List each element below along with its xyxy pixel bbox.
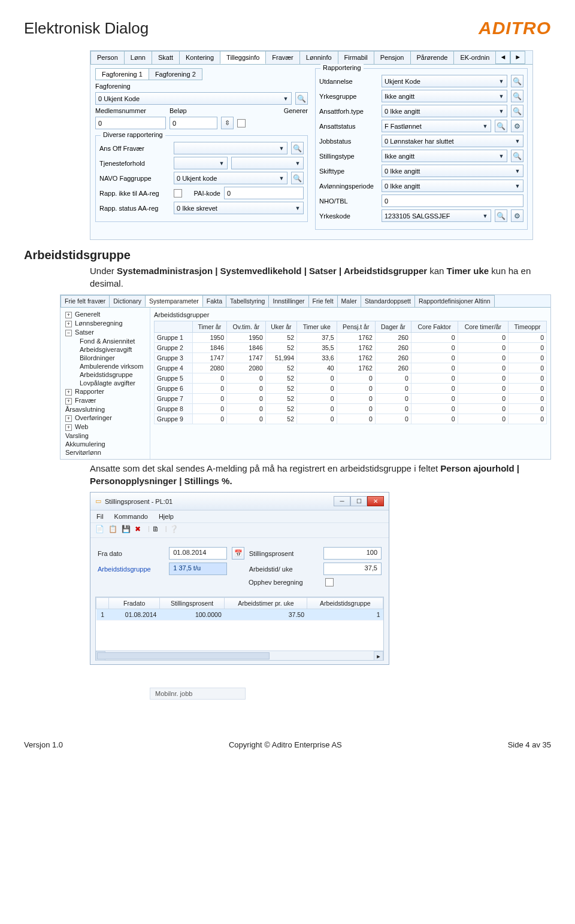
extra-icon-button[interactable]: ⚙ bbox=[511, 209, 523, 222]
tab-fakta[interactable]: Fakta bbox=[202, 295, 226, 307]
fra-dato-input[interactable]: 01.08.2014 bbox=[169, 547, 227, 560]
rapp-ikke-checkbox[interactable] bbox=[174, 189, 182, 197]
tab-firmabil[interactable]: Firmabil bbox=[338, 51, 374, 64]
dropdown[interactable]: F Fastlønnet▼ bbox=[382, 120, 491, 132]
generer-checkbox[interactable] bbox=[237, 119, 246, 127]
tree-item[interactable]: + Generelt bbox=[62, 310, 149, 319]
search-icon-button[interactable]: 🔍 bbox=[511, 90, 523, 102]
tree-item[interactable]: + Lønnsberegning bbox=[62, 319, 149, 328]
horizontal-scrollbar[interactable]: ◄ ► bbox=[96, 651, 383, 660]
table-row[interactable]: Gruppe 80052000000 bbox=[155, 404, 547, 414]
rapp-status-dropdown[interactable]: 0 Ikke skrevet▼ bbox=[174, 202, 304, 214]
ans-off-fravaer-dropdown[interactable]: ▼ bbox=[174, 142, 288, 154]
scroll-right-icon[interactable]: ► bbox=[374, 651, 383, 661]
tree-item[interactable]: Akkumulering bbox=[62, 440, 149, 448]
tab-lønninfo[interactable]: Lønninfo bbox=[299, 51, 338, 64]
dropdown[interactable]: 0 Ikke angitt▼ bbox=[382, 180, 523, 192]
extra-icon-button[interactable]: ⚙ bbox=[511, 120, 523, 132]
dropdown[interactable]: Ikke angitt▼ bbox=[382, 150, 507, 162]
table-row[interactable]: Gruppe 1195019505237,51762260000 bbox=[155, 333, 547, 343]
tree-item[interactable]: Arbeidstidsgruppe bbox=[62, 370, 149, 379]
list-row[interactable]: 101.08.2014100.000037.501 bbox=[96, 609, 383, 621]
copy-icon[interactable]: 📋 bbox=[108, 525, 119, 536]
new-icon[interactable]: 📄 bbox=[95, 525, 106, 536]
table-row[interactable]: Gruppe 42080208052401762260000 bbox=[155, 363, 547, 373]
numeric-input[interactable]: 0 bbox=[382, 194, 523, 207]
tab-fravær[interactable]: Fravær bbox=[265, 51, 299, 64]
help-icon[interactable]: ❔ bbox=[170, 525, 180, 536]
tab-ek-ordnin[interactable]: EK-ordnin bbox=[453, 51, 496, 64]
stillingsprosent-list[interactable]: FradatoStillingsprosentArbeidstimer pr. … bbox=[95, 597, 384, 661]
search-icon-button[interactable]: 🔍 bbox=[291, 172, 304, 184]
save-icon[interactable]: 💾 bbox=[122, 525, 132, 536]
tab-rapportdefinisjoner-altinn[interactable]: Rapportdefinisjoner Altinn bbox=[414, 295, 495, 307]
tree-item[interactable]: Varsling bbox=[62, 431, 149, 440]
tab-standardoppsett[interactable]: Standardoppsett bbox=[361, 295, 415, 307]
pai-kode-input[interactable]: 0 bbox=[224, 187, 304, 199]
tab-innstillinger[interactable]: Innstillinger bbox=[268, 295, 308, 307]
tab-tilleggsinfo[interactable]: Tilleggsinfo bbox=[220, 51, 266, 64]
tab-systemparameter[interactable]: Systemparameter bbox=[145, 295, 203, 307]
dropdown[interactable]: 0 Ikke angitt▼ bbox=[382, 165, 523, 177]
tree-item[interactable]: − Satser bbox=[62, 328, 149, 337]
tree-item[interactable]: Bilordninger bbox=[62, 354, 149, 362]
tab-tabellstyring[interactable]: Tabellstyring bbox=[226, 295, 269, 307]
tjenesteforhold-dropdown-1[interactable]: ▼ bbox=[174, 157, 228, 169]
tab-frie-felt-fravær[interactable]: Frie felt fravær bbox=[60, 295, 110, 307]
tab-scroll-icon[interactable]: ◄ bbox=[495, 51, 510, 64]
dropdown[interactable]: 1233105 SALGSSJEF▼ bbox=[382, 209, 491, 222]
tab-pårørende[interactable]: Pårørende bbox=[410, 51, 455, 64]
table-row[interactable]: Gruppe 2184618465235,51762260000 bbox=[155, 343, 547, 353]
tree-item[interactable]: + Rapporter bbox=[62, 387, 149, 396]
tree-item[interactable]: + Web bbox=[62, 423, 149, 431]
subtab-fagforening-2[interactable]: Fagforening 2 bbox=[149, 68, 202, 80]
tree-item[interactable]: Arbeidsgiveravgift bbox=[62, 345, 149, 354]
arbeidstid-uke-input[interactable]: 37,5 bbox=[323, 563, 382, 575]
dropdown[interactable]: Ikke angitt▼ bbox=[382, 90, 507, 102]
table-row[interactable]: Gruppe 60052000000 bbox=[155, 384, 547, 394]
spin-button[interactable]: ⇳ bbox=[221, 117, 234, 129]
tab-scroll-icon[interactable]: ► bbox=[510, 51, 525, 64]
dropdown[interactable]: 0 Ikke angitt▼ bbox=[382, 105, 507, 117]
subtab-fagforening-1[interactable]: Fagforening 1 bbox=[95, 68, 149, 80]
minimize-button[interactable]: ─ bbox=[334, 496, 350, 506]
tab-skatt[interactable]: Skatt bbox=[152, 51, 180, 64]
search-icon-button[interactable]: 🔍 bbox=[511, 75, 523, 87]
fagforening-dropdown[interactable]: 0 Ukjent Kode▼ bbox=[95, 92, 292, 105]
table-row[interactable]: Gruppe 90052000000 bbox=[155, 414, 547, 424]
delete-icon[interactable]: ✖ bbox=[135, 525, 146, 536]
scroll-thumb[interactable] bbox=[97, 652, 270, 659]
tab-lønn[interactable]: Lønn bbox=[124, 51, 152, 64]
tab-dictionary[interactable]: Dictionary bbox=[109, 295, 146, 307]
menu-fil[interactable]: Fil bbox=[96, 513, 104, 520]
calendar-icon[interactable]: 📅 bbox=[232, 547, 244, 560]
tree-item[interactable]: Årsavslutning bbox=[62, 405, 149, 414]
tab-pensjon[interactable]: Pensjon bbox=[374, 51, 411, 64]
medlemsnummer-input[interactable]: 0 bbox=[95, 117, 166, 129]
table-row[interactable]: Gruppe 31747174751,99433,61762260000 bbox=[155, 353, 547, 363]
close-button[interactable]: ✕ bbox=[367, 496, 384, 506]
tree-item[interactable]: + Overføringer bbox=[62, 414, 149, 423]
search-icon-button[interactable]: 🔍 bbox=[495, 120, 507, 132]
opphev-beregning-checkbox[interactable] bbox=[325, 578, 334, 586]
dropdown[interactable]: 0 Lønnstaker har sluttet▼ bbox=[382, 135, 523, 147]
search-icon-button[interactable]: 🔍 bbox=[291, 142, 304, 154]
search-icon-button[interactable]: 🔍 bbox=[495, 209, 507, 222]
table-row[interactable]: Gruppe 50052000000 bbox=[155, 373, 547, 384]
tree-item[interactable]: Fond & Ansiennitet bbox=[62, 337, 149, 345]
tab-kontering[interactable]: Kontering bbox=[179, 51, 220, 64]
tab-maler[interactable]: Maler bbox=[337, 295, 361, 307]
sysparam-tree[interactable]: + Generelt+ Lønnsberegning− Satser Fond … bbox=[60, 308, 150, 459]
stillingsprosent-input[interactable]: 100 bbox=[323, 547, 382, 560]
menu-hjelp[interactable]: Hjelp bbox=[159, 513, 174, 520]
menu-kommando[interactable]: Kommando bbox=[114, 513, 148, 520]
tab-frie-felt[interactable]: Frie felt bbox=[308, 295, 338, 307]
tree-item[interactable]: Servitørlønn bbox=[62, 448, 149, 457]
doc-icon[interactable]: 🗎 bbox=[152, 525, 163, 536]
dropdown[interactable]: Ukjent Kode▼ bbox=[382, 75, 507, 87]
tab-person[interactable]: Person bbox=[90, 51, 125, 64]
tree-item[interactable]: Ambulerende virksom bbox=[62, 362, 149, 370]
navo-faggruppe-dropdown[interactable]: 0 Ukjent kode▼ bbox=[174, 172, 288, 184]
tjenesteforhold-dropdown-2[interactable]: ▼ bbox=[231, 157, 304, 169]
tree-item[interactable]: + Fravær bbox=[62, 396, 149, 405]
